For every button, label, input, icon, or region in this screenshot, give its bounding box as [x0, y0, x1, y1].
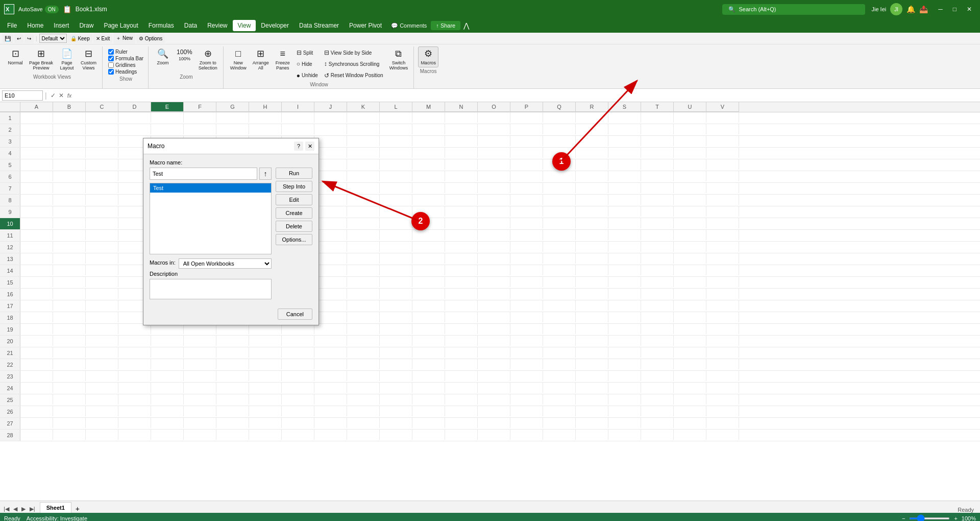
cell-I20[interactable] — [282, 336, 314, 346]
cell-K8[interactable] — [347, 195, 380, 205]
cell-G1[interactable] — [216, 112, 249, 123]
cell-C18[interactable] — [86, 312, 118, 322]
row-num-3[interactable]: 3 — [0, 136, 20, 147]
cell-F1[interactable] — [184, 112, 216, 123]
cell-T21[interactable] — [641, 347, 674, 358]
edit-btn[interactable]: Edit — [276, 194, 312, 205]
cell-O5[interactable] — [478, 159, 510, 170]
cell-C12[interactable] — [86, 242, 118, 252]
cell-B24[interactable] — [53, 383, 86, 393]
cell-V13[interactable] — [706, 253, 739, 264]
cell-E25[interactable] — [151, 394, 184, 405]
cell-T16[interactable] — [641, 289, 674, 299]
cell-J21[interactable] — [314, 347, 347, 358]
cell-R1[interactable] — [576, 112, 608, 123]
cell-Q28[interactable] — [543, 430, 576, 440]
cell-L25[interactable] — [380, 394, 412, 405]
cell-P1[interactable] — [510, 112, 543, 123]
cell-Q27[interactable] — [543, 418, 576, 428]
cell-H25[interactable] — [249, 394, 282, 405]
cell-H1[interactable] — [249, 112, 282, 123]
cell-N27[interactable] — [445, 418, 478, 428]
cell-M4[interactable] — [412, 148, 445, 158]
cell-C16[interactable] — [86, 289, 118, 299]
cell-M19[interactable] — [412, 324, 445, 334]
cell-D23[interactable] — [118, 371, 151, 381]
cell-T25[interactable] — [641, 394, 674, 405]
row-num-13[interactable]: 13 — [0, 253, 20, 265]
cell-F27[interactable] — [184, 418, 216, 428]
cell-C28[interactable] — [86, 430, 118, 440]
cell-M6[interactable] — [412, 171, 445, 181]
cell-L26[interactable] — [380, 406, 412, 416]
cell-U28[interactable] — [674, 430, 706, 440]
cell-B16[interactable] — [53, 289, 86, 299]
cell-T19[interactable] — [641, 324, 674, 334]
menu-page-layout[interactable]: Page Layout — [99, 20, 143, 31]
cell-A1[interactable] — [20, 112, 53, 123]
cell-A26[interactable] — [20, 406, 53, 416]
cell-R10[interactable] — [576, 218, 608, 228]
cell-S5[interactable] — [608, 159, 641, 170]
cell-S2[interactable] — [608, 124, 641, 134]
cell-O25[interactable] — [478, 394, 510, 405]
cell-T8[interactable] — [641, 195, 674, 205]
cell-D22[interactable] — [118, 359, 151, 369]
name-box[interactable]: E10 — [2, 90, 43, 101]
cell-I23[interactable] — [282, 371, 314, 381]
cell-K5[interactable] — [347, 159, 380, 170]
ribbon-btn-zoom-selection[interactable]: ⊕ Zoom toSelection — [196, 46, 220, 73]
ribbon-btn-zoom[interactable]: 🔍 Zoom — [153, 46, 173, 67]
cell-U12[interactable] — [674, 242, 706, 252]
col-D[interactable]: D — [118, 102, 151, 112]
cell-V18[interactable] — [706, 312, 739, 322]
zoom-out-btn[interactable]: − — [902, 515, 905, 521]
cell-I22[interactable] — [282, 359, 314, 369]
cell-U4[interactable] — [674, 148, 706, 158]
cell-A16[interactable] — [20, 289, 53, 299]
cell-L3[interactable] — [380, 136, 412, 146]
col-F[interactable]: F — [184, 102, 216, 112]
cell-U16[interactable] — [674, 289, 706, 299]
cell-O14[interactable] — [478, 265, 510, 275]
menu-data-streamer[interactable]: Data Streamer — [294, 20, 344, 31]
cell-G19[interactable] — [216, 324, 249, 334]
cell-A9[interactable] — [20, 206, 53, 217]
formula-content[interactable] — [74, 94, 978, 97]
cell-A5[interactable] — [20, 159, 53, 170]
cell-S8[interactable] — [608, 195, 641, 205]
col-H[interactable]: H — [249, 102, 282, 112]
cell-J3[interactable] — [314, 136, 347, 146]
cell-K22[interactable] — [347, 359, 380, 369]
cell-V24[interactable] — [706, 383, 739, 393]
cell-L9[interactable] — [380, 206, 412, 217]
macros-in-select[interactable]: All Open Workbooks This Workbook — [179, 258, 272, 269]
cell-C20[interactable] — [86, 336, 118, 346]
ribbon-btn-zoom100[interactable]: 100% 100% — [174, 46, 195, 64]
cell-G20[interactable] — [216, 336, 249, 346]
cell-B21[interactable] — [53, 347, 86, 358]
cell-J1[interactable] — [314, 112, 347, 123]
cell-U11[interactable] — [674, 230, 706, 240]
cell-A2[interactable] — [20, 124, 53, 134]
row-num-18[interactable]: 18 — [0, 312, 20, 323]
cell-R21[interactable] — [576, 347, 608, 358]
cell-B18[interactable] — [53, 312, 86, 322]
cell-D26[interactable] — [118, 406, 151, 416]
col-Q[interactable]: Q — [543, 102, 576, 112]
cell-Q6[interactable] — [543, 171, 576, 181]
cell-B26[interactable] — [53, 406, 86, 416]
cell-O6[interactable] — [478, 171, 510, 181]
cell-U26[interactable] — [674, 406, 706, 416]
cell-A15[interactable] — [20, 277, 53, 287]
cell-M1[interactable] — [412, 112, 445, 123]
cell-L16[interactable] — [380, 289, 412, 299]
cell-A6[interactable] — [20, 171, 53, 181]
ribbon-btn-normal[interactable]: ⊡ Normal — [5, 46, 26, 67]
cell-O2[interactable] — [478, 124, 510, 134]
cell-E21[interactable] — [151, 347, 184, 358]
comments-btn[interactable]: 💬 Comments — [387, 22, 431, 29]
cell-J6[interactable] — [314, 171, 347, 181]
cell-H23[interactable] — [249, 371, 282, 381]
cell-J18[interactable] — [314, 312, 347, 322]
